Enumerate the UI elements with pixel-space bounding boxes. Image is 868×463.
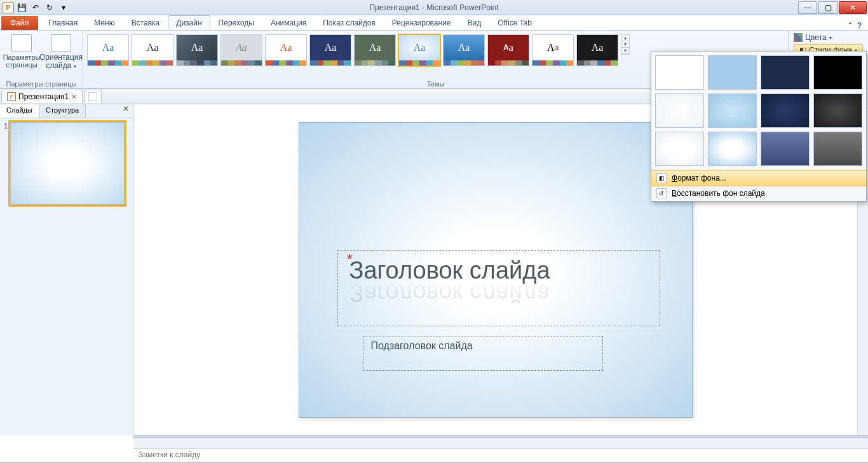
bg-style[interactable] bbox=[708, 132, 757, 166]
bg-style[interactable] bbox=[761, 132, 810, 166]
redo-icon[interactable]: ↻ bbox=[43, 2, 56, 13]
bg-style[interactable] bbox=[761, 93, 810, 128]
bg-style[interactable] bbox=[655, 132, 704, 166]
bg-style[interactable] bbox=[655, 93, 704, 128]
horizontal-scrollbar[interactable] bbox=[133, 438, 868, 448]
theme-thumb[interactable]: Aa bbox=[532, 34, 574, 66]
theme-thumb[interactable]: Aa bbox=[309, 34, 351, 66]
slide-preview bbox=[10, 122, 125, 205]
title-bar: P 💾 ↶ ↻ ▾ Презентация1 - Microsoft Power… bbox=[0, 0, 868, 15]
window-controls: — ▢ ✕ bbox=[798, 1, 868, 14]
tab-design[interactable]: Дизайн bbox=[168, 15, 210, 30]
bg-style[interactable] bbox=[813, 55, 862, 90]
tab-view[interactable]: Вид bbox=[459, 15, 490, 30]
tab-review[interactable]: Рецензирование bbox=[384, 15, 459, 30]
theme-thumb[interactable]: Аа bbox=[220, 34, 262, 66]
theme-thumb[interactable]: Aa bbox=[354, 34, 396, 66]
close-doc-icon[interactable]: ✕ bbox=[71, 93, 77, 101]
outline-tab[interactable]: Структура bbox=[39, 104, 86, 118]
tab-home[interactable]: Главная bbox=[41, 15, 86, 30]
bg-style[interactable] bbox=[813, 132, 862, 166]
restore-background-item[interactable]: ↺ Восстановить фон слайда bbox=[651, 186, 866, 201]
bg-style[interactable] bbox=[708, 93, 757, 128]
bg-style[interactable] bbox=[708, 55, 757, 90]
page-setup-button[interactable]: Параметры страницы bbox=[4, 32, 39, 69]
panel-tabs: Слайды Структура ✕ bbox=[0, 104, 133, 118]
tab-menu[interactable]: Меню bbox=[86, 15, 123, 30]
format-bg-icon: ◧ bbox=[656, 173, 667, 183]
theme-thumb[interactable]: Aa bbox=[576, 34, 618, 66]
bg-style[interactable] bbox=[655, 55, 704, 90]
theme-thumb[interactable]: Aa bbox=[398, 34, 440, 66]
colors-dropdown[interactable]: Цвета ▾ bbox=[794, 33, 863, 42]
theme-thumb[interactable]: Aa bbox=[176, 34, 218, 66]
theme-thumb[interactable]: Aa bbox=[443, 34, 485, 66]
theme-thumb[interactable]: Aa bbox=[265, 34, 307, 66]
format-background-item[interactable]: ◧ Формат фона... bbox=[651, 170, 867, 186]
slide-thumbnail[interactable]: 1 bbox=[4, 122, 129, 205]
theme-thumb[interactable]: Aa bbox=[132, 34, 173, 66]
group-label-page-setup: Параметры страницы bbox=[4, 79, 79, 88]
background-menu: ◧ Формат фона... ↺ Восстановить фон слай… bbox=[651, 170, 866, 201]
ribbon-tab-strip: Файл Главная Меню Вставка Дизайн Переход… bbox=[0, 15, 868, 31]
maximize-button[interactable]: ▢ bbox=[818, 1, 837, 14]
restore-bg-icon: ↺ bbox=[656, 188, 667, 198]
app-icon[interactable]: P bbox=[3, 2, 14, 13]
document-tab[interactable]: P Презентация1 ✕ bbox=[1, 90, 83, 103]
file-tab[interactable]: Файл bbox=[1, 16, 38, 30]
presentation-icon: P bbox=[7, 92, 16, 101]
subtitle-placeholder[interactable]: Подзаголовок слайда bbox=[363, 336, 603, 371]
notes-pane[interactable]: Заметки к слайду bbox=[133, 448, 868, 462]
slide-canvas[interactable]: * Заголовок слайда Заголовок слайда Подз… bbox=[299, 122, 693, 418]
panel-close-icon[interactable]: ✕ bbox=[119, 104, 133, 118]
tab-animations[interactable]: Анимация bbox=[262, 15, 315, 30]
save-icon[interactable]: 💾 bbox=[15, 2, 28, 13]
orientation-icon bbox=[51, 34, 71, 52]
group-page-setup: Параметры страницы Ориентация слайда ▾ П… bbox=[0, 31, 83, 88]
blank-doc-icon bbox=[88, 92, 97, 101]
quick-access-toolbar: P 💾 ↶ ↻ ▾ bbox=[0, 2, 70, 13]
theme-thumb[interactable]: Aa bbox=[487, 34, 529, 66]
undo-icon[interactable]: ↶ bbox=[29, 2, 42, 13]
slides-tab[interactable]: Слайды bbox=[0, 104, 39, 118]
help-icon[interactable]: ? bbox=[857, 21, 862, 30]
thumbnail-list: 1 bbox=[0, 118, 133, 435]
tab-slideshow[interactable]: Показ слайдов bbox=[315, 15, 384, 30]
tab-office[interactable]: Office Tab bbox=[489, 15, 540, 30]
tab-insert[interactable]: Вставка bbox=[123, 15, 168, 30]
background-styles-panel: ◧ Формат фона... ↺ Восстановить фон слай… bbox=[651, 51, 867, 202]
page-setup-icon bbox=[11, 34, 32, 52]
close-button[interactable]: ✕ bbox=[839, 1, 867, 14]
window-title: Презентация1 - Microsoft PowerPoint bbox=[369, 3, 498, 12]
slide-panel: Слайды Структура ✕ 1 bbox=[0, 104, 133, 435]
theme-thumb[interactable]: Aa bbox=[87, 34, 129, 66]
bg-style[interactable] bbox=[813, 93, 862, 128]
new-tab-button[interactable] bbox=[84, 90, 102, 103]
minimize-button[interactable]: — bbox=[798, 1, 817, 14]
qat-dropdown-icon[interactable]: ▾ bbox=[57, 2, 70, 13]
background-styles-grid bbox=[651, 52, 866, 170]
ribbon-minimize-icon[interactable]: ⌃ bbox=[847, 21, 853, 30]
bg-style[interactable] bbox=[761, 55, 810, 90]
slide-orientation-button[interactable]: Ориентация слайда ▾ bbox=[43, 32, 79, 70]
title-placeholder[interactable]: * Заголовок слайда Заголовок слайда bbox=[337, 250, 660, 326]
themes-scroll[interactable]: ▴▾▾ bbox=[621, 34, 630, 55]
tab-transitions[interactable]: Переходы bbox=[210, 15, 262, 30]
